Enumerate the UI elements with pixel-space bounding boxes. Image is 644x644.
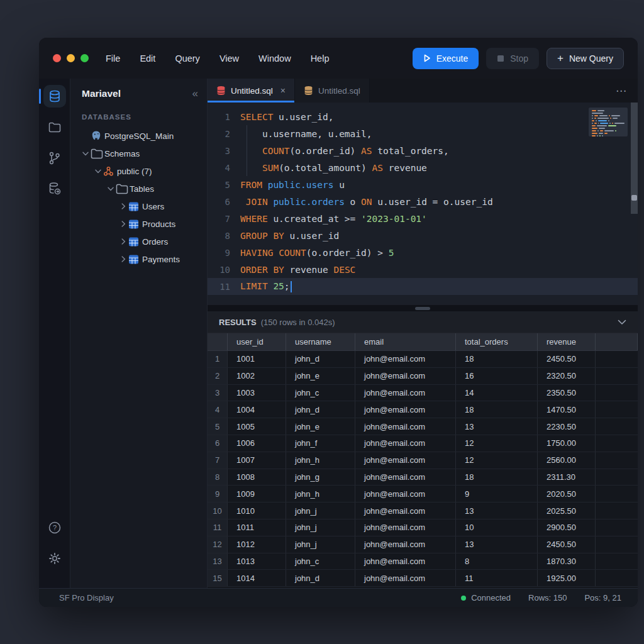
panel-resize-handle[interactable] bbox=[208, 305, 638, 311]
cell-user_id[interactable]: 1002 bbox=[228, 368, 286, 384]
table-row[interactable]: 131013john_cjohn@email.com81870.30 bbox=[208, 553, 638, 570]
rail-git-branch-icon[interactable] bbox=[43, 147, 66, 169]
tab-overflow-menu-icon[interactable]: ⋯ bbox=[616, 84, 638, 97]
cell-username[interactable]: john_j bbox=[286, 502, 355, 519]
cell-username[interactable]: john_d bbox=[286, 570, 355, 586]
cell-email[interactable]: john@email.com bbox=[355, 435, 456, 452]
cell-user_id[interactable]: 1009 bbox=[228, 486, 286, 502]
cell-username[interactable]: john_g bbox=[286, 469, 355, 486]
code-line-6[interactable]: 6 JOIN public.orders o ON u.user_id = o.… bbox=[208, 193, 638, 210]
tree-item-schemas[interactable]: Schemas bbox=[70, 145, 207, 162]
cell-total_orders[interactable]: 14 bbox=[456, 385, 538, 401]
column-header-total_orders[interactable]: total_orders bbox=[456, 333, 538, 350]
cell-email[interactable]: john@email.com bbox=[355, 401, 456, 418]
table-row[interactable]: 111011john_jjohn@email.com102900.50 bbox=[208, 519, 638, 536]
table-row[interactable]: 61006john_fjohn@email.com121750.00 bbox=[208, 435, 638, 452]
tree-item-products[interactable]: Products bbox=[70, 215, 207, 233]
cell-revenue[interactable]: 2320.50 bbox=[538, 368, 596, 384]
cell-total_orders[interactable]: 11 bbox=[456, 570, 538, 586]
cell-email[interactable]: john@email.com bbox=[355, 452, 456, 469]
cell-revenue[interactable]: 2350.50 bbox=[538, 385, 596, 401]
cell-username[interactable]: john_e bbox=[286, 368, 355, 384]
table-row[interactable]: 51005john_ejohn@email.com132230.50 bbox=[208, 418, 638, 435]
menu-window[interactable]: Window bbox=[258, 53, 291, 64]
cell-email[interactable]: john@email.com bbox=[355, 502, 456, 519]
tab-untitled-sql-1[interactable]: Untitled.sql bbox=[295, 79, 370, 103]
cell-total_orders[interactable]: 18 bbox=[456, 401, 538, 418]
cell-email[interactable]: john@email.com bbox=[355, 385, 456, 401]
chevron-down-icon[interactable] bbox=[106, 187, 116, 191]
cell-revenue[interactable]: 2450.50 bbox=[538, 536, 596, 553]
cell-revenue[interactable]: 1925.00 bbox=[538, 570, 596, 586]
close-window-button[interactable] bbox=[53, 54, 61, 62]
chevron-right-icon[interactable] bbox=[118, 256, 128, 262]
cell-revenue[interactable]: 2230.50 bbox=[538, 418, 596, 435]
cell-email[interactable]: john@email.com bbox=[355, 570, 456, 586]
cell-total_orders[interactable]: 16 bbox=[456, 368, 538, 384]
close-tab-icon[interactable]: × bbox=[280, 86, 286, 96]
cell-email[interactable]: john@email.com bbox=[355, 368, 456, 384]
scrollbar-thumb[interactable] bbox=[631, 195, 637, 201]
cell-total_orders[interactable]: 18 bbox=[456, 469, 538, 486]
cell-total_orders[interactable]: 12 bbox=[456, 452, 538, 469]
editor-minimap[interactable] bbox=[589, 108, 628, 136]
cell-revenue[interactable]: 1750.00 bbox=[538, 435, 596, 452]
rail-settings-gear-icon[interactable] bbox=[43, 547, 66, 570]
cell-user_id[interactable]: 1001 bbox=[228, 351, 286, 367]
cell-username[interactable]: john_c bbox=[286, 553, 355, 570]
new-query-button[interactable]: + New Query bbox=[547, 48, 624, 69]
cell-revenue[interactable]: 2450.50 bbox=[538, 351, 596, 367]
menu-file[interactable]: File bbox=[106, 53, 120, 64]
rail-help-icon[interactable]: ? bbox=[43, 516, 66, 539]
cell-revenue[interactable]: 1470.50 bbox=[538, 401, 596, 418]
table-row[interactable]: 71007john_hjohn@email.com122560.00 bbox=[208, 452, 638, 469]
tab-untitled-sql-0[interactable]: Untitled.sql× bbox=[208, 79, 295, 103]
cell-total_orders[interactable]: 13 bbox=[456, 502, 538, 519]
cell-email[interactable]: john@email.com bbox=[355, 519, 456, 536]
cell-user_id[interactable]: 1005 bbox=[228, 418, 286, 435]
table-row[interactable]: 21002john_ejohn@email.com162320.50 bbox=[208, 368, 638, 385]
chevron-right-icon[interactable] bbox=[118, 221, 128, 227]
chevron-right-icon[interactable] bbox=[118, 203, 128, 209]
rail-database-icon[interactable] bbox=[43, 85, 66, 108]
cell-total_orders[interactable]: 12 bbox=[456, 435, 538, 452]
cell-email[interactable]: john@email.com bbox=[355, 486, 456, 502]
rail-database-export-icon[interactable] bbox=[43, 177, 66, 200]
table-row[interactable]: 81008john_gjohn@email.com182311.30 bbox=[208, 469, 638, 486]
menu-query[interactable]: Query bbox=[175, 53, 200, 64]
table-row[interactable]: 11001john_djohn@email.com182450.50 bbox=[208, 351, 638, 368]
cell-revenue[interactable]: 2020.50 bbox=[538, 486, 596, 502]
code-line-11[interactable]: 11LIMIT 25; bbox=[208, 278, 638, 295]
chevron-down-icon[interactable] bbox=[80, 152, 91, 156]
column-header-email[interactable]: email bbox=[355, 333, 456, 350]
cell-total_orders[interactable]: 18 bbox=[456, 351, 538, 367]
code-line-10[interactable]: 10ORDER BY revenue DESC bbox=[208, 261, 638, 278]
code-line-5[interactable]: 5FROM public.users u bbox=[208, 176, 638, 193]
tree-item-public-7[interactable]: public (7) bbox=[70, 162, 207, 180]
cell-username[interactable]: john_e bbox=[286, 418, 355, 435]
code-line-9[interactable]: 9HAVING COUNT(o.order_id) > 5 bbox=[208, 244, 638, 261]
cell-username[interactable]: john_d bbox=[286, 351, 355, 367]
cell-username[interactable]: john_c bbox=[286, 385, 355, 401]
maximize-window-button[interactable] bbox=[80, 54, 89, 62]
cell-email[interactable]: john@email.com bbox=[355, 536, 456, 553]
menu-help[interactable]: Help bbox=[311, 53, 330, 64]
cell-total_orders[interactable]: 13 bbox=[456, 418, 538, 435]
cell-email[interactable]: john@email.com bbox=[355, 418, 456, 435]
code-line-8[interactable]: 8GROUP BY u.user_id bbox=[208, 227, 638, 244]
cell-revenue[interactable]: 2311.30 bbox=[538, 469, 596, 486]
cell-user_id[interactable]: 1007 bbox=[228, 452, 286, 469]
cell-username[interactable]: john_d bbox=[286, 401, 355, 418]
cell-revenue[interactable]: 2900.50 bbox=[538, 519, 596, 536]
table-row[interactable]: 91009john_hjohn@email.com92020.50 bbox=[208, 486, 638, 502]
cell-user_id[interactable]: 1011 bbox=[228, 519, 286, 536]
cell-total_orders[interactable]: 10 bbox=[456, 519, 538, 536]
code-line-3[interactable]: 3 COUNT(o.order_id) AS total_orders, bbox=[208, 142, 638, 159]
chevron-down-icon[interactable] bbox=[93, 169, 103, 174]
cell-username[interactable]: john_j bbox=[286, 536, 355, 553]
cell-username[interactable]: john_j bbox=[286, 519, 355, 536]
cell-username[interactable]: john_f bbox=[286, 435, 355, 452]
code-line-4[interactable]: 4 SUM(o.total_amount) AS revenue bbox=[208, 159, 638, 176]
menu-edit[interactable]: Edit bbox=[140, 53, 155, 64]
column-header-revenue[interactable]: revenue bbox=[538, 333, 596, 350]
